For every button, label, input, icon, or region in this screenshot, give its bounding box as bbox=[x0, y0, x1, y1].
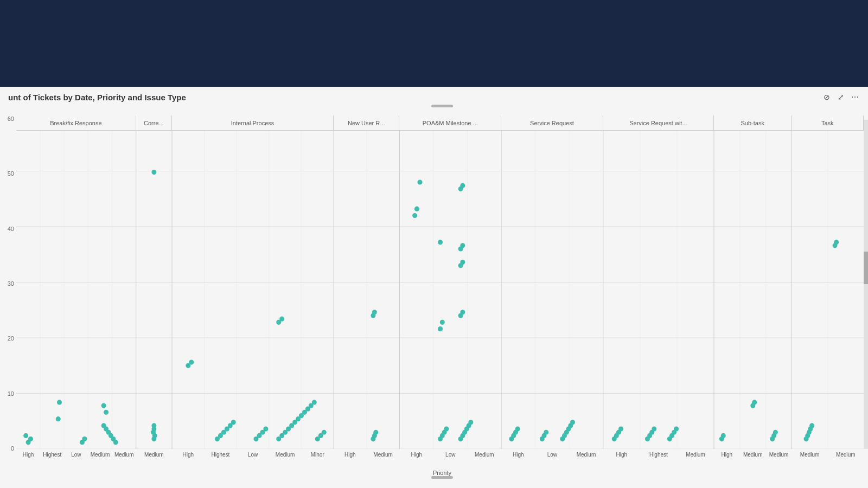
chart-icons: ⊘ ⤢ ⋯ bbox=[822, 92, 860, 102]
svg-point-137 bbox=[721, 433, 726, 438]
svg-point-139 bbox=[752, 400, 757, 404]
expand-icon[interactable]: ⤢ bbox=[836, 92, 846, 102]
x-label-0-3: Medium bbox=[88, 452, 112, 464]
x-label-2-4: Minor bbox=[301, 452, 334, 464]
x-label-6-0: High bbox=[603, 452, 640, 464]
priority-labels-col-1: Medium bbox=[136, 452, 172, 464]
chart-header: unt of Tickets by Date, Priority and Iss… bbox=[0, 87, 868, 105]
svg-point-95 bbox=[460, 310, 465, 314]
x-label-4-2: Medium bbox=[468, 452, 502, 464]
svg-point-46 bbox=[231, 420, 236, 425]
issue-column-header-6: Service Request wit... bbox=[603, 115, 714, 130]
issue-column-header-8: Task bbox=[792, 115, 863, 130]
y-label-10: 10 bbox=[8, 390, 16, 397]
x-label-2-2: Low bbox=[237, 452, 269, 464]
svg-point-26 bbox=[104, 410, 108, 415]
column-headers: Break/fix ResponseCorre...Internal Proce… bbox=[16, 115, 864, 131]
svg-point-91 bbox=[460, 243, 465, 248]
x-label-3-1: Medium bbox=[367, 452, 400, 464]
chart-body: 60 50 40 30 20 10 0 Priority Bre bbox=[0, 105, 868, 479]
issue-column-header-1: Corre... bbox=[136, 115, 172, 130]
priority-labels-col-4: HighLowMedium bbox=[399, 452, 501, 464]
x-label-5-2: Medium bbox=[569, 452, 603, 464]
issue-column-header-4: POA&M Milestone ... bbox=[399, 115, 501, 130]
x-label-0-1: Highest bbox=[40, 452, 64, 464]
svg-point-78 bbox=[412, 213, 417, 218]
x-axis-title: Priority bbox=[16, 470, 868, 476]
scatter-plot bbox=[16, 115, 864, 449]
priority-labels-col-7: HighMediumMedium bbox=[714, 452, 792, 464]
issue-column-header-7: Sub-task bbox=[714, 115, 792, 130]
svg-point-50 bbox=[263, 426, 268, 431]
x-label-6-2: Medium bbox=[677, 452, 714, 464]
svg-point-82 bbox=[438, 326, 443, 331]
svg-point-128 bbox=[652, 426, 656, 431]
plot-area: Priority Break/fix ResponseCorre...Inter… bbox=[16, 105, 868, 479]
svg-point-83 bbox=[440, 320, 445, 325]
svg-point-71 bbox=[372, 310, 377, 314]
more-icon[interactable]: ⋯ bbox=[850, 92, 860, 102]
svg-point-89 bbox=[460, 183, 465, 188]
svg-point-15 bbox=[56, 416, 61, 421]
svg-point-148 bbox=[809, 423, 814, 428]
issue-column-header-2: Internal Process bbox=[172, 115, 334, 130]
issue-column-header-5: Service Request bbox=[501, 115, 603, 130]
svg-point-150 bbox=[834, 240, 839, 245]
svg-point-81 bbox=[438, 240, 443, 245]
priority-labels-col-3: HighMedium bbox=[334, 452, 399, 464]
filter-icon[interactable]: ⊘ bbox=[822, 92, 832, 102]
svg-point-67 bbox=[322, 430, 327, 435]
svg-point-40 bbox=[189, 359, 194, 364]
y-label-30: 30 bbox=[8, 280, 16, 287]
svg-point-142 bbox=[773, 430, 778, 435]
y-axis: 60 50 40 30 20 10 0 bbox=[0, 105, 16, 479]
x-label-8-1: Medium bbox=[828, 452, 864, 464]
x-label-6-1: Highest bbox=[640, 452, 677, 464]
svg-point-80 bbox=[418, 179, 423, 184]
x-label-7-2: Medium bbox=[766, 452, 792, 464]
svg-point-132 bbox=[674, 426, 679, 431]
priority-labels-col-6: HighHighestMedium bbox=[603, 452, 714, 464]
scrollbar-right[interactable] bbox=[864, 120, 868, 449]
svg-point-64 bbox=[312, 400, 317, 404]
x-label-2-3: Medium bbox=[269, 452, 302, 464]
priority-labels-col-0: HighHighestLowMediumMedium bbox=[16, 452, 136, 464]
y-label-60: 60 bbox=[8, 115, 16, 122]
x-label-2-0: High bbox=[172, 452, 205, 464]
svg-point-111 bbox=[544, 430, 548, 435]
svg-point-33 bbox=[151, 423, 156, 428]
svg-point-124 bbox=[618, 426, 623, 431]
priority-labels-col-5: HighLowMedium bbox=[501, 452, 603, 464]
svg-point-93 bbox=[460, 260, 465, 265]
svg-point-25 bbox=[101, 403, 106, 408]
svg-point-101 bbox=[468, 420, 473, 425]
x-label-3-0: High bbox=[334, 452, 367, 464]
svg-point-87 bbox=[444, 426, 449, 431]
svg-point-52 bbox=[279, 317, 284, 322]
y-label-0: 0 bbox=[11, 445, 16, 452]
issue-column-header-0: Break/fix Response bbox=[16, 115, 136, 130]
svg-point-108 bbox=[515, 426, 520, 431]
x-label-4-1: Low bbox=[433, 452, 468, 464]
svg-point-13 bbox=[28, 436, 33, 441]
priority-labels: HighHighestLowMediumMediumMediumHighHigh… bbox=[16, 452, 864, 464]
x-label-4-0: High bbox=[399, 452, 433, 464]
x-label-0-4: Medium bbox=[112, 452, 136, 464]
scrollbar-thumb[interactable] bbox=[864, 252, 868, 284]
drag-handle-bottom[interactable] bbox=[431, 476, 453, 479]
svg-point-79 bbox=[414, 207, 419, 211]
svg-point-14 bbox=[23, 433, 28, 438]
svg-point-74 bbox=[373, 430, 378, 435]
y-label-20: 20 bbox=[8, 335, 16, 342]
svg-point-117 bbox=[570, 420, 575, 425]
priority-labels-col-8: MediumMedium bbox=[792, 452, 863, 464]
y-label-50: 50 bbox=[8, 170, 16, 177]
x-label-7-0: High bbox=[714, 452, 740, 464]
issue-column-header-3: New User R... bbox=[334, 115, 399, 130]
drag-handle-top[interactable] bbox=[431, 105, 453, 107]
chart-container: unt of Tickets by Date, Priority and Iss… bbox=[0, 87, 868, 488]
y-label-40: 40 bbox=[8, 226, 16, 232]
svg-point-17 bbox=[82, 436, 87, 441]
x-label-0-0: High bbox=[16, 452, 40, 464]
x-label-0-2: Low bbox=[64, 452, 88, 464]
